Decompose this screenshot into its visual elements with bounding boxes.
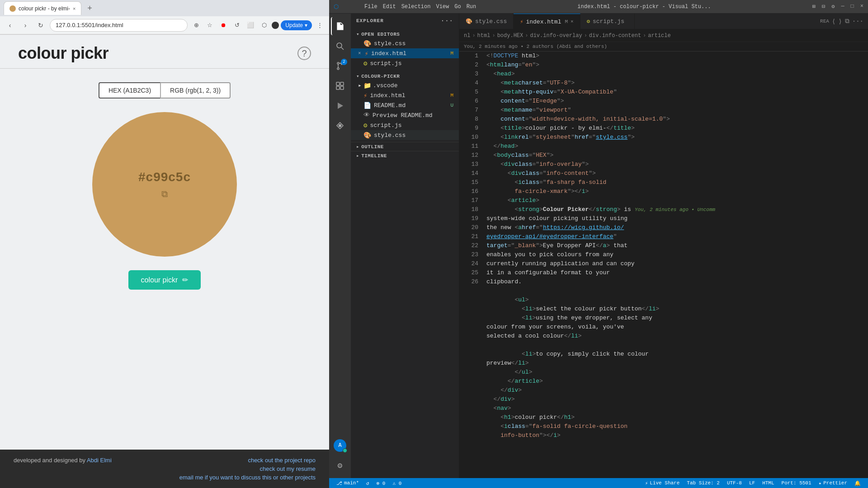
- editor-toolbar-next[interactable]: ⟩: [838, 18, 842, 25]
- status-encoding[interactable]: UTF-8: [723, 478, 745, 488]
- window-minimize[interactable]: ─: [841, 3, 844, 10]
- editor-toolbar-split[interactable]: ⧉: [845, 18, 849, 25]
- repo-section-title[interactable]: ▾ COLOUR-PICKR: [351, 72, 459, 80]
- menu-file[interactable]: File: [364, 4, 377, 10]
- repo-script-js[interactable]: ⚙ script.js: [351, 120, 459, 130]
- menu-go[interactable]: Go: [454, 4, 461, 10]
- close-editor-icon[interactable]: ×: [358, 51, 361, 56]
- status-live-share[interactable]: ⚡ Live Share: [642, 478, 684, 488]
- repo-preview-readme[interactable]: 👁 Preview README.md: [351, 110, 459, 120]
- vscode-folder-item[interactable]: ▸ 📁 .vscode: [351, 80, 459, 90]
- sidebar-outline: ▸ OUTLINE: [351, 142, 459, 151]
- page-options-icon[interactable]: ⊕: [190, 19, 202, 31]
- status-tab-size[interactable]: Tab Size: 2: [683, 478, 723, 488]
- editor-area: 🎨 style.css ⚡ index.html M × ⚙ script.js…: [459, 14, 868, 478]
- code-line-div1-end: </div>: [486, 386, 868, 395]
- format-rgb-button[interactable]: RGB (rgb(1, 2, 3)): [160, 82, 231, 99]
- help-button[interactable]: ?: [297, 47, 311, 60]
- icon-layout[interactable]: ⊟: [822, 3, 825, 10]
- tab-index-html[interactable]: ⚡ index.html M ×: [514, 14, 580, 29]
- status-language[interactable]: HTML: [759, 478, 778, 488]
- profile-circle-icon[interactable]: [272, 22, 279, 29]
- status-sync[interactable]: ↺: [363, 478, 373, 488]
- ln-19: 19: [463, 214, 478, 223]
- code-editor[interactable]: 1 2 3 4 5 6 7 8 9 10 11 12 13 14 15 16 1: [459, 52, 868, 478]
- status-line-ending[interactable]: LF: [745, 478, 759, 488]
- extensions-icon[interactable]: ⬜: [245, 19, 256, 31]
- activity-liveshare-icon[interactable]: [331, 117, 349, 135]
- menu-edit[interactable]: Edit: [383, 4, 396, 10]
- activity-settings-icon[interactable]: ⚙: [331, 456, 349, 474]
- colour-pickr-button[interactable]: colour pickr ✏: [128, 270, 201, 290]
- repo-index-html[interactable]: ⚡ index.html M: [351, 90, 459, 100]
- forward-button[interactable]: ›: [19, 19, 32, 32]
- editor-toolbar-more[interactable]: ···: [852, 18, 863, 25]
- window-close[interactable]: ×: [860, 3, 863, 10]
- url-bar[interactable]: 127.0.0.1:5501/index.html: [50, 19, 188, 32]
- bc-html[interactable]: html: [477, 33, 491, 39]
- repo-readme[interactable]: 📄 README.md U: [351, 100, 459, 110]
- app-main: HEX (A1B2C3) RGB (rgb(1, 2, 3)) #c99c5c …: [0, 69, 329, 450]
- status-git-branch[interactable]: ⎇ main*: [333, 478, 363, 488]
- open-editor-style-css[interactable]: 🎨 style.css: [351, 38, 459, 48]
- browser-tab-active[interactable]: colour pickr - by elmi- ×: [4, 1, 81, 15]
- bc-nl[interactable]: nl: [464, 33, 470, 39]
- activity-explorer-icon[interactable]: [331, 17, 349, 35]
- browser-menu-icon[interactable]: ⋮: [314, 19, 326, 31]
- user-avatar[interactable]: A: [334, 439, 346, 452]
- record-icon[interactable]: ⏺: [217, 19, 229, 31]
- bc-body[interactable]: body.HEX: [497, 33, 524, 39]
- code-line-16: fa-circle-xmark"></i>: [486, 187, 868, 196]
- footer-dev-link[interactable]: Abdi Elmi: [87, 457, 112, 464]
- status-warnings[interactable]: ⚠ 0: [389, 478, 405, 488]
- editor-toolbar-prev[interactable]: ⟨: [832, 18, 835, 25]
- tab-script-js[interactable]: ⚙ script.js: [580, 14, 635, 29]
- activity-search-icon[interactable]: [331, 37, 349, 55]
- menu-selection[interactable]: Selection: [401, 4, 431, 10]
- editor-toolbar-rea[interactable]: REA: [820, 19, 829, 24]
- sidebar-more-icon[interactable]: ···: [441, 17, 453, 24]
- open-editor-script-js[interactable]: ⚙ script.js: [351, 58, 459, 68]
- preview-icon: 👁: [363, 112, 370, 119]
- open-editor-index-html[interactable]: × ⚡ index.html M: [351, 48, 459, 58]
- status-prettier[interactable]: ✦ Prettier: [815, 478, 851, 488]
- menu-view[interactable]: View: [436, 4, 449, 10]
- activity-git-icon[interactable]: 2: [331, 57, 349, 75]
- encoding-label: UTF-8: [727, 480, 742, 486]
- tab-style-css[interactable]: 🎨 style.css: [459, 14, 514, 29]
- activity-run-icon[interactable]: [331, 97, 349, 115]
- window-maximize[interactable]: □: [851, 3, 854, 10]
- footer-resume-link[interactable]: check out my resume: [179, 465, 316, 472]
- icon-explorer-toggle[interactable]: ⊞: [812, 3, 816, 10]
- bc-info-content[interactable]: div.info-content: [589, 33, 641, 39]
- activity-accounts-icon[interactable]: A: [331, 436, 349, 455]
- status-port[interactable]: Port: 5501: [778, 478, 815, 488]
- back-button[interactable]: ‹: [4, 19, 16, 32]
- code-lines[interactable]: <!DOCTYPE html> <html lang="en"> <head> …: [482, 52, 868, 478]
- repo-style-css[interactable]: 🎨 style.css: [351, 130, 459, 140]
- footer-repo-link[interactable]: check out the project repo: [179, 457, 316, 464]
- copy-color-icon[interactable]: ⧉: [161, 189, 168, 199]
- tab-close-btn[interactable]: ×: [73, 6, 75, 11]
- bc-article[interactable]: article: [648, 33, 670, 39]
- tab-modified-dot: M: [565, 19, 568, 24]
- bookmark-icon[interactable]: ☆: [204, 19, 216, 31]
- puzzle-icon[interactable]: ⬡: [258, 19, 270, 31]
- icon-settings-gear[interactable]: ⚙: [831, 3, 835, 10]
- activity-extensions-icon[interactable]: [331, 77, 349, 95]
- status-notifications[interactable]: 🔔: [851, 478, 864, 488]
- tab-close-icon[interactable]: ×: [571, 19, 574, 24]
- format-hex-button[interactable]: HEX (A1B2C3): [99, 82, 160, 99]
- footer-email-link[interactable]: email me if you want to discuss this or …: [179, 474, 316, 481]
- status-errors[interactable]: ⊗ 0: [373, 478, 389, 488]
- reload-ext-icon[interactable]: ↺: [231, 19, 243, 31]
- git-info-text: You, 2 minutes ago • 2 authors (Abdi and…: [464, 44, 607, 49]
- timeline-title[interactable]: ▸ TIMELINE: [351, 151, 459, 160]
- outline-title[interactable]: ▸ OUTLINE: [351, 142, 459, 151]
- open-editors-title[interactable]: ▾ OPEN EDITORS: [351, 30, 459, 38]
- refresh-button[interactable]: ↻: [34, 19, 47, 32]
- new-tab-button[interactable]: +: [83, 2, 96, 14]
- bc-info-overlay[interactable]: div.info-overlay: [530, 33, 582, 39]
- update-button[interactable]: Update ▾: [281, 20, 312, 30]
- menu-run[interactable]: Run: [467, 4, 476, 10]
